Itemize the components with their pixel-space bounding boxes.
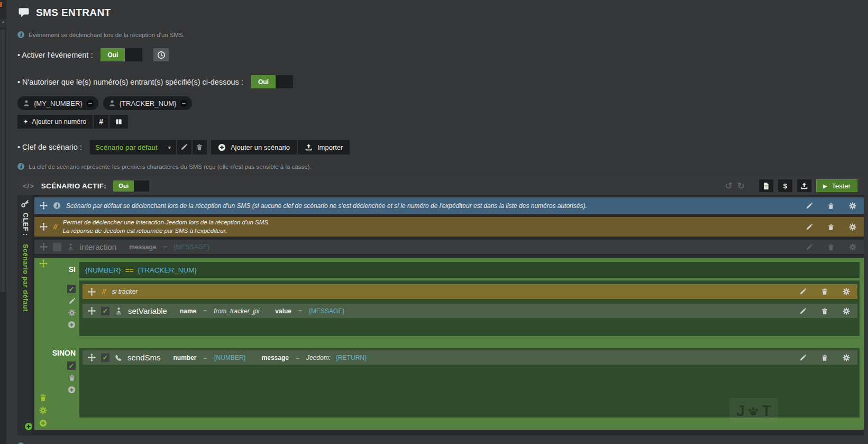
pencil-icon[interactable] xyxy=(806,223,813,231)
remove-number-icon[interactable] xyxy=(180,99,188,107)
add-block-button[interactable] xyxy=(24,422,33,431)
toggle-on-label[interactable]: Oui xyxy=(113,180,134,192)
expression-button[interactable]: $ xyxy=(778,179,792,192)
action-icon xyxy=(115,307,123,315)
move-icon[interactable] xyxy=(40,202,48,210)
tester-button[interactable]: ▶ Tester xyxy=(816,179,857,192)
enable-checkbox-checked[interactable]: ✓ xyxy=(101,307,109,315)
trash-icon[interactable] xyxy=(827,202,835,210)
toggle-off-segment[interactable] xyxy=(276,75,293,88)
key-info-text: La clef de scénario représente les premi… xyxy=(29,164,312,170)
toggle-on-label[interactable]: Oui xyxy=(100,48,125,61)
trash-icon[interactable] xyxy=(821,307,828,315)
enable-checkbox-unchecked[interactable] xyxy=(53,243,61,251)
hash-button[interactable]: # xyxy=(94,115,108,129)
gear-icon[interactable] xyxy=(68,309,76,316)
interaction-action-row: interaction message = {MESSAGE} xyxy=(34,240,864,254)
vertical-key-block: CLEF : Scénario par défaut xyxy=(21,199,30,312)
scenario-select[interactable]: Scénario par défaut ▾ xyxy=(90,140,176,155)
template-button[interactable] xyxy=(759,179,773,192)
equals-sign: = xyxy=(204,354,207,361)
schedule-button[interactable] xyxy=(153,48,169,61)
si-header-row: SI {NUMBER} == {TRACKER_NUM} xyxy=(34,262,860,278)
speech-bubble-icon xyxy=(17,7,30,19)
move-icon[interactable] xyxy=(40,223,48,231)
number-chip: {MY_NUMBER} xyxy=(17,96,98,110)
scenario-active-label: SCÉNARIO ACTIF: xyxy=(41,182,106,190)
gear-icon[interactable] xyxy=(843,354,850,361)
import-button[interactable]: Importer xyxy=(298,140,350,155)
row-actions xyxy=(799,354,857,361)
toggle-off-segment[interactable] xyxy=(125,48,142,61)
redo-icon[interactable]: ↻ xyxy=(737,182,745,191)
move-icon[interactable] xyxy=(88,288,96,296)
pencil-icon[interactable] xyxy=(806,202,813,210)
upload-icon xyxy=(800,182,808,190)
move-icon[interactable] xyxy=(39,259,48,268)
gear-icon[interactable] xyxy=(849,202,856,210)
allow-numbers-row: • N'autoriser que le(s) numéro(s) entran… xyxy=(17,75,864,88)
remove-number-icon[interactable] xyxy=(86,99,94,107)
export-button[interactable] xyxy=(797,179,811,192)
gear-icon[interactable] xyxy=(843,307,850,315)
pencil-icon[interactable] xyxy=(799,307,807,315)
pencil-icon[interactable] xyxy=(68,297,76,305)
edit-key-button[interactable] xyxy=(177,140,191,155)
comment-line1: Permet de déclencher une interaction Jee… xyxy=(63,219,270,227)
set-variable-row: ✓ setVariable name = from_tracker_jpi va… xyxy=(83,304,857,318)
move-icon[interactable] xyxy=(88,307,96,315)
gear-icon[interactable] xyxy=(849,223,856,231)
equals-sign: = xyxy=(296,354,299,361)
gear-icon[interactable] xyxy=(39,406,47,414)
toggle-off-segment[interactable] xyxy=(134,180,149,192)
action-name: sendSms xyxy=(127,353,161,362)
trash-icon[interactable] xyxy=(68,374,76,382)
allow-numbers-toggle[interactable]: Oui xyxy=(251,75,293,88)
gear-icon[interactable] xyxy=(843,288,850,295)
sinon-enabled-checkbox[interactable]: ✓ xyxy=(67,361,76,370)
pencil-icon[interactable] xyxy=(799,288,807,295)
param-name: name xyxy=(180,307,196,315)
contacts-button[interactable] xyxy=(109,115,128,129)
gear-icon[interactable] xyxy=(849,243,856,251)
number-chip-value: {MY_NUMBER} xyxy=(34,99,83,107)
left-scrollbar[interactable]: ^ xyxy=(0,0,6,444)
row-actions xyxy=(806,223,864,231)
activate-event-toggle[interactable]: Oui xyxy=(100,48,142,61)
pencil-icon[interactable] xyxy=(806,243,813,251)
key-info-line: i La clef de scénario représente les pre… xyxy=(17,163,864,170)
scroll-up-icon[interactable]: ^ xyxy=(0,19,6,28)
si-expression-field[interactable]: {NUMBER} == {TRACKER_NUM} xyxy=(79,262,860,278)
delete-key-button[interactable] xyxy=(193,140,207,155)
undo-icon[interactable]: ↺ xyxy=(725,182,732,191)
plus-circle-icon[interactable] xyxy=(68,386,76,394)
trash-icon[interactable] xyxy=(827,223,835,231)
enable-checkbox-checked[interactable]: ✓ xyxy=(101,354,109,362)
trash-icon[interactable] xyxy=(827,243,835,251)
number-buttons-row: + Ajouter un numéro # xyxy=(17,115,864,129)
scenario-key-row: • Clef de scénario : Scénario par défaut… xyxy=(17,140,864,155)
rail-accent-dot xyxy=(0,2,2,7)
si-enabled-checkbox[interactable]: ✓ xyxy=(67,285,76,293)
code-icon: </> xyxy=(23,182,34,190)
plus-circle-icon[interactable] xyxy=(39,419,47,427)
trash-icon[interactable] xyxy=(821,354,828,361)
trash-icon[interactable] xyxy=(821,288,828,295)
sinon-label: SINON xyxy=(52,348,76,357)
comment-line2: La réponse de Jeedom est retournée par S… xyxy=(63,227,270,235)
vertical-key-label: CLEF : xyxy=(22,213,29,236)
scenario-active-toggle[interactable]: Oui xyxy=(113,180,149,192)
scrollbar-thumb[interactable] xyxy=(1,30,5,292)
add-number-button[interactable]: + Ajouter un numéro xyxy=(17,115,93,129)
move-icon[interactable] xyxy=(40,243,48,251)
plus-circle-icon[interactable] xyxy=(68,321,76,329)
move-icon[interactable] xyxy=(88,354,96,361)
add-scenario-button[interactable]: Ajouter un scénario xyxy=(211,140,297,155)
toggle-on-label[interactable]: Oui xyxy=(251,75,276,88)
trash-icon[interactable] xyxy=(39,394,47,402)
pencil-icon[interactable] xyxy=(799,354,807,361)
import-icon xyxy=(305,143,313,151)
si-comment-row: // si tracker xyxy=(83,284,857,299)
equals-sign: = xyxy=(163,243,167,251)
equals-sign: = xyxy=(203,307,207,315)
